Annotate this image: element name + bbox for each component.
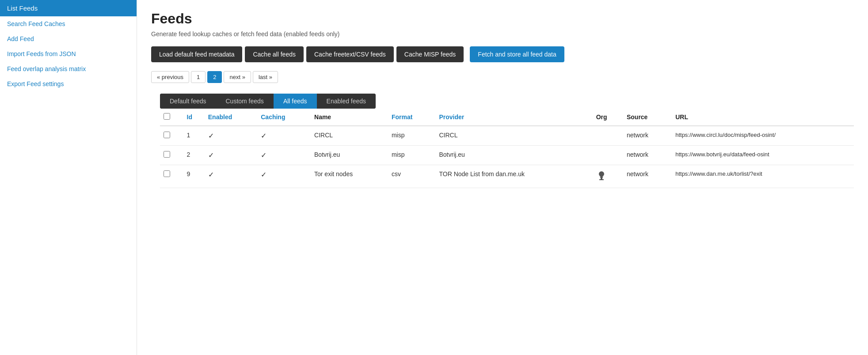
tab-all-feeds[interactable]: All feeds (274, 94, 317, 109)
sidebar-item-list-feeds[interactable]: List Feeds (0, 0, 137, 16)
cell-source-2: network (623, 146, 672, 165)
enabled-check-icon: ✓ (208, 171, 214, 178)
svg-rect-1 (601, 176, 602, 179)
cache-misp-feeds-button[interactable]: Cache MISP feeds (396, 46, 464, 62)
cell-org-9 (593, 165, 623, 188)
enabled-check-icon: ✓ (208, 151, 214, 159)
pagination-page2[interactable]: 2 (207, 71, 222, 83)
cell-enabled-2: ✓ (205, 146, 257, 165)
cell-provider-9: TOR Node List from dan.me.uk (435, 165, 592, 188)
fetch-store-all-feed-data-button[interactable]: Fetch and store all feed data (470, 46, 564, 62)
cell-name-2: Botvrij.eu (311, 146, 388, 165)
col-url-header: URL (672, 109, 854, 126)
sidebar-item-feed-overlap-analysis[interactable]: Feed overlap analysis matrix (0, 61, 137, 76)
row-checkbox-2[interactable] (164, 151, 170, 158)
cell-enabled-1: ✓ (205, 126, 257, 146)
row-checkbox-1[interactable] (164, 132, 170, 138)
cell-org-2 (593, 146, 623, 165)
cell-org-1 (593, 126, 623, 146)
cell-source-9: network (623, 165, 672, 188)
col-format-header[interactable]: Format (388, 109, 436, 126)
col-enabled-header[interactable]: Enabled (205, 109, 257, 126)
enabled-check-icon: ✓ (208, 132, 214, 140)
col-id-header[interactable]: Id (183, 109, 205, 126)
sidebar-item-search-feed-caches[interactable]: Search Feed Caches (0, 16, 137, 31)
row-checkbox-9[interactable] (164, 170, 170, 177)
sidebar-item-add-feed[interactable]: Add Feed (0, 31, 137, 46)
cell-url-9: https://www.dan.me.uk/torlist/?exit (672, 165, 854, 188)
pagination: « previous 1 2 next » last » (151, 71, 854, 83)
col-caching-header[interactable]: Caching (257, 109, 311, 126)
select-all-checkbox[interactable] (164, 113, 170, 120)
sidebar-item-import-feeds-json[interactable]: Import Feeds from JSON (0, 46, 137, 61)
feed-tabs: Default feeds Custom feeds All feeds Ena… (160, 94, 376, 109)
cell-provider-2: Botvrij.eu (435, 146, 592, 165)
cell-url-2: https://www.botvrij.eu/data/feed-osint (672, 146, 854, 165)
col-org-header: Org (593, 109, 623, 126)
cell-provider-1: CIRCL (435, 126, 592, 146)
cell-caching-2: ✓ (257, 146, 311, 165)
org-icon (596, 170, 607, 181)
table-row: 1✓✓CIRCLmispCIRCLnetworkhttps://www.circ… (160, 126, 854, 146)
cell-source-1: network (623, 126, 672, 146)
caching-check-icon: ✓ (261, 132, 266, 140)
feeds-table: Id Enabled Caching Name Format (160, 109, 854, 188)
table-row: 2✓✓Botvrij.eumispBotvrij.eunetworkhttps:… (160, 146, 854, 165)
pagination-next[interactable]: next » (224, 71, 251, 83)
cell-enabled-9: ✓ (205, 165, 257, 188)
cell-id-2: 2 (183, 146, 205, 165)
caching-check-icon: ✓ (261, 151, 266, 159)
cell-url-1: https://www.circl.lu/doc/misp/feed-osint… (672, 126, 854, 146)
main-content: Feeds Generate feed lookup caches or fet… (137, 0, 868, 355)
cell-id-1: 1 (183, 126, 205, 146)
action-buttons: Load default feed metadata Cache all fee… (151, 46, 854, 62)
sidebar-item-export-feed-settings[interactable]: Export Feed settings (0, 76, 137, 91)
caching-check-icon: ✓ (261, 171, 266, 178)
col-name-header: Name (311, 109, 388, 126)
cell-name-1: CIRCL (311, 126, 388, 146)
cell-format-1: misp (388, 126, 436, 146)
cache-freetext-csv-feeds-button[interactable]: Cache freetext/CSV feeds (306, 46, 394, 62)
tab-default-feeds[interactable]: Default feeds (160, 94, 216, 109)
tab-enabled-feeds[interactable]: Enabled feeds (317, 94, 376, 109)
pagination-page1[interactable]: 1 (191, 71, 206, 83)
svg-rect-2 (599, 179, 604, 180)
tab-custom-feeds[interactable]: Custom feeds (216, 94, 274, 109)
sidebar: List Feeds Search Feed Caches Add Feed I… (0, 0, 137, 355)
page-subtitle: Generate feed lookup caches or fetch fee… (151, 30, 854, 38)
feeds-table-container: Id Enabled Caching Name Format (160, 109, 854, 188)
page-title: Feeds (151, 11, 854, 27)
table-row: 9✓✓Tor exit nodescsvTOR Node List from d… (160, 165, 854, 188)
cell-format-2: misp (388, 146, 436, 165)
feeds-section: Default feeds Custom feeds All feeds Ena… (160, 94, 854, 188)
col-source-header: Source (623, 109, 672, 126)
pagination-last[interactable]: last » (253, 71, 278, 83)
svg-point-0 (599, 171, 604, 177)
pagination-prev[interactable]: « previous (151, 71, 189, 83)
cell-format-9: csv (388, 165, 436, 188)
col-checkbox-header (160, 109, 183, 126)
cell-caching-9: ✓ (257, 165, 311, 188)
cell-caching-1: ✓ (257, 126, 311, 146)
cache-all-feeds-button[interactable]: Cache all feeds (245, 46, 304, 62)
col-provider-header[interactable]: Provider (435, 109, 592, 126)
cell-id-9: 9 (183, 165, 205, 188)
load-default-feed-metadata-button[interactable]: Load default feed metadata (151, 46, 242, 62)
cell-name-9: Tor exit nodes (311, 165, 388, 188)
